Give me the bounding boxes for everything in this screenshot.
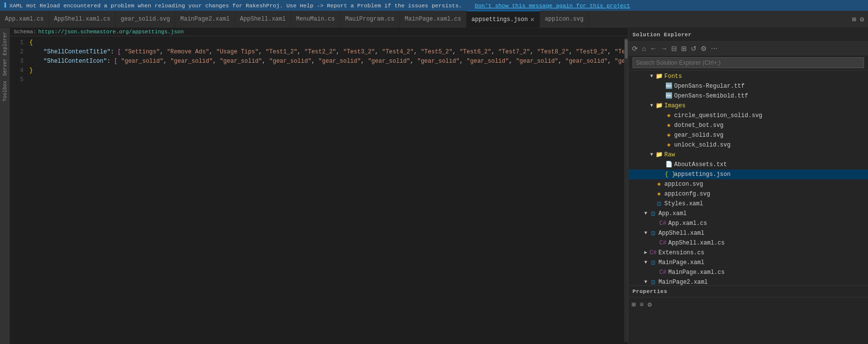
code-editor[interactable]: 1 2 3 4 5 { "ShellContentTitle": [ "Sett…	[10, 36, 628, 344]
info-icon: ℹ	[4, 1, 6, 9]
properties-panel: Properties ⊞ ≡ ⚙	[629, 285, 868, 344]
se-sync-btn[interactable]: ⟳	[631, 44, 639, 53]
tree-item-appcfg-svg[interactable]: ◈ appiconfg.svg	[629, 189, 868, 199]
se-forward-btn[interactable]: →	[659, 44, 669, 53]
toolbox-label[interactable]: Toolbox	[1, 79, 9, 103]
folder-arrow: ▼	[642, 277, 649, 285]
tab-label: AppShell.xaml	[240, 16, 286, 23]
file-icon: ◈	[655, 179, 663, 189]
file-icon: ◫	[649, 228, 657, 238]
tab-label: MainPage.xaml.cs	[405, 16, 461, 23]
tab-close-button[interactable]: ✕	[530, 16, 534, 23]
line-number-4: 4	[10, 66, 23, 75]
prop-list-btn[interactable]: ≡	[638, 300, 644, 310]
file-icon: ◈	[665, 121, 673, 130]
prop-settings-btn[interactable]: ⚙	[647, 299, 653, 310]
se-show-all-btn[interactable]: ⊞	[680, 44, 688, 53]
editor-area[interactable]: Schema: https://json.schemastore.org/app…	[10, 28, 628, 344]
tree-item-appshell-xaml-cs[interactable]: C# AppShell.xaml.cs	[629, 238, 868, 248]
file-icon: ◈	[665, 140, 673, 150]
code-content[interactable]: { "ShellContentTitle": [ "Settings", "Re…	[27, 38, 624, 342]
tree-item-extensions-cs[interactable]: ▶ C# Extensions.cs	[629, 248, 868, 258]
tree-item-gear-solid[interactable]: ◈ gear_solid.svg	[629, 130, 868, 140]
main-content: Server Explorer Toolbox Schema: https://…	[0, 28, 868, 344]
folder-icon: 📁	[655, 72, 663, 81]
tab-label: AppShell.xaml.cs	[54, 16, 110, 23]
tree-item-mainpage-xaml[interactable]: ▼ ◫ MainPage.xaml	[629, 258, 868, 268]
vertical-scrollbar[interactable]	[624, 38, 628, 342]
scrollbar-thumb[interactable]	[625, 39, 628, 59]
tree-item-opensans-regular[interactable]: 🔤 OpenSans-Regular.ttf	[629, 81, 868, 91]
tree-item-circle-question[interactable]: ◈ circle_question_solid.svg	[629, 111, 868, 121]
server-explorer-label[interactable]: Server Explorer	[1, 30, 9, 78]
tab-settings-icon[interactable]: ⚙	[859, 14, 865, 25]
code-line-1: {	[27, 38, 624, 48]
file-icon: ◈	[665, 130, 673, 140]
file-icon: ◫	[649, 277, 657, 285]
tab-menumain-cs[interactable]: MenuMain.cs	[291, 11, 340, 27]
tree-label-dotnet-bot: dotnet_bot.svg	[674, 121, 724, 130]
tree-item-app-xaml[interactable]: ▼ ◫ App.xaml	[629, 209, 868, 219]
solution-explorer-search[interactable]	[629, 55, 868, 71]
se-home-btn[interactable]: ⌂	[640, 44, 647, 53]
tree-item-appicon-svg[interactable]: ◈ appicon.svg	[629, 179, 868, 189]
tree-label-mainpage-xaml: MainPage.xaml	[658, 258, 704, 268]
tree-label-opensans-regular: OpenSans-Regular.ttf	[674, 81, 745, 91]
search-input[interactable]	[633, 57, 864, 68]
se-back-btn[interactable]: ←	[648, 44, 658, 53]
line-number-2: 2	[10, 48, 23, 57]
file-icon: 🔤	[665, 81, 673, 91]
tree-label-appshell-xaml-cs: AppShell.xaml.cs	[668, 238, 725, 248]
se-properties-btn[interactable]: ⚙	[699, 44, 708, 53]
se-refresh-btn[interactable]: ↺	[689, 44, 698, 53]
tab-appsettings-json[interactable]: appsettings.json ✕	[467, 11, 540, 27]
tree-item-about-assets[interactable]: 📄 AboutAssets.txt	[629, 160, 868, 170]
tab-appicon-svg[interactable]: appicon.svg	[540, 11, 589, 27]
tree-label-unlock-solid: unlock_solid.svg	[674, 140, 730, 150]
prop-grid-btn[interactable]: ⊞	[631, 299, 636, 310]
tree-label-images: Images	[664, 101, 685, 111]
tree-item-appsettings-json[interactable]: { } appsettings.json	[629, 170, 868, 179]
file-icon: C#	[659, 219, 667, 228]
tree-item-mainpage-xaml-cs[interactable]: C# MainPage.xaml.cs	[629, 268, 868, 277]
tree-item-mainpage2-xaml[interactable]: ▼ ◫ MainPage2.xaml	[629, 277, 868, 285]
tree-label-appcfg-svg: appiconfg.svg	[664, 189, 710, 199]
tree-item-unlock-solid[interactable]: ◈ unlock_solid.svg	[629, 140, 868, 150]
file-icon: 🔤	[665, 91, 673, 101]
schema-url-link[interactable]: https://json.schemastore.org/appsettings…	[38, 29, 184, 35]
tree-label-styles-xaml: Styles.xaml	[664, 199, 703, 209]
tree-item-opensans-semibold[interactable]: 🔤 OpenSans-Semibold.ttf	[629, 91, 868, 101]
se-more-btn[interactable]: ⋯	[709, 44, 719, 53]
tab-appshell-xaml[interactable]: AppShell.xaml	[235, 11, 291, 27]
tree-label-circle-question: circle_question_solid.svg	[674, 111, 762, 121]
tab-mainpage-xaml-cs[interactable]: MainPage.xaml.cs	[400, 11, 467, 27]
activity-bar: Server Explorer Toolbox	[0, 28, 10, 344]
tab-mauiprogram-cs[interactable]: MauiProgram.cs	[340, 11, 400, 27]
tab-bar: App.xaml.cs AppShell.xaml.cs gear_solid.…	[0, 11, 868, 28]
tab-label: gear_solid.svg	[120, 16, 170, 23]
tab-gear-solid-svg[interactable]: gear_solid.svg	[116, 11, 175, 27]
schema-bar: Schema: https://json.schemastore.org/app…	[10, 28, 628, 36]
tab-appshell-xaml-cs[interactable]: AppShell.xaml.cs	[49, 11, 116, 27]
code-line-3: "ShellContentIcon": [ "gear_solid", "gea…	[27, 57, 624, 66]
schema-label: Schema:	[14, 29, 36, 35]
tree-item-app-xaml-cs[interactable]: C# App.xaml.cs	[629, 219, 868, 228]
tree-label-app-xaml: App.xaml	[658, 209, 687, 219]
tree-label-appicon-svg: appicon.svg	[664, 179, 703, 189]
line-number-3: 3	[10, 57, 23, 66]
properties-header: Properties	[629, 286, 868, 297]
tree-label-appsettings-json: appsettings.json	[674, 170, 730, 179]
notification-dismiss-link[interactable]: Don't show this message again for this p…	[475, 2, 630, 9]
tree-item-styles-xaml[interactable]: ◫ Styles.xaml	[629, 199, 868, 209]
tree-item-appshell-xaml[interactable]: ▼ ◫ AppShell.xaml	[629, 228, 868, 238]
folder-arrow: ▼	[642, 209, 649, 219]
tab-mainpage2-xaml[interactable]: MainPage2.xaml	[175, 11, 235, 27]
tab-list-icon[interactable]: ⊞	[851, 14, 857, 25]
tree-item-images-folder[interactable]: ▼ 📁 Images	[629, 101, 868, 111]
tree-item-fonts-folder[interactable]: ▼ 📁 Fonts	[629, 72, 868, 81]
tab-app-xaml-cs[interactable]: App.xaml.cs	[0, 11, 49, 27]
tree-item-raw-folder[interactable]: ▼ 📁 Raw	[629, 150, 868, 160]
tree-label-app-xaml-cs: App.xaml.cs	[668, 219, 707, 228]
tree-item-dotnet-bot[interactable]: ◈ dotnet_bot.svg	[629, 121, 868, 130]
se-collapse-btn[interactable]: ⊟	[670, 44, 679, 53]
